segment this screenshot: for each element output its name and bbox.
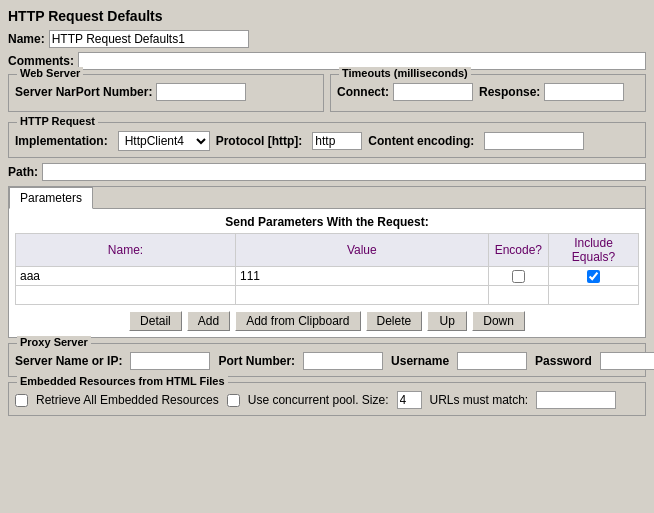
connect-input[interactable]	[393, 83, 473, 101]
send-params-title: Send Parameters With the Request:	[15, 215, 639, 229]
server-port-label: Server NarPort Number:	[15, 85, 152, 99]
proxy-port-input[interactable]	[303, 352, 383, 370]
http-options-row: Implementation: HttpClient4 HttpClient3.…	[15, 131, 639, 151]
empty-value	[236, 286, 489, 305]
implementation-select-wrapper[interactable]: HttpClient4 HttpClient3.1 Java	[118, 131, 210, 151]
proxy-server-input[interactable]	[130, 352, 210, 370]
params-table: Name: Value Encode? Include Equals? aaa …	[15, 233, 639, 305]
param-name-cell: aaa	[16, 267, 236, 286]
empty-encode	[488, 286, 548, 305]
web-server-group: Web Server Server NarPort Number:	[8, 74, 324, 112]
name-label: Name:	[8, 32, 45, 46]
retrieve-label: Retrieve All Embedded Resources	[36, 393, 219, 407]
embedded-row: Retrieve All Embedded Resources Use conc…	[15, 391, 639, 409]
concurrent-label: Use concurrent pool. Size:	[248, 393, 389, 407]
content-encoding-input[interactable]	[484, 132, 584, 150]
retrieve-checkbox[interactable]	[15, 394, 28, 407]
proxy-server-group: Proxy Server Server Name or IP: Port Num…	[8, 343, 646, 377]
detail-button[interactable]: Detail	[129, 311, 182, 331]
name-input[interactable]	[49, 30, 249, 48]
protocol-input[interactable]	[312, 132, 362, 150]
proxy-username-input[interactable]	[457, 352, 527, 370]
content-encoding-label: Content encoding:	[368, 134, 474, 148]
add-button[interactable]: Add	[187, 311, 230, 331]
tab-container: Parameters Send Parameters With the Requ…	[8, 186, 646, 338]
embedded-resources-title: Embedded Resources from HTML Files	[17, 375, 228, 387]
timeouts-group: Timeouts (milliseconds) Connect: Respons…	[330, 74, 646, 112]
page-title: HTTP Request Defaults	[8, 8, 646, 24]
param-value-cell: 111	[236, 267, 489, 286]
path-row: Path:	[8, 163, 646, 181]
timeouts-row: Connect: Response:	[337, 83, 639, 101]
comments-row: Comments:	[8, 52, 646, 70]
urls-must-match-input[interactable]	[536, 391, 616, 409]
name-row: Name:	[8, 30, 646, 48]
proxy-row: Server Name or IP: Port Number: Username…	[15, 352, 639, 370]
proxy-port-label: Port Number:	[218, 354, 295, 368]
main-panel: HTTP Request Defaults Name: Comments: We…	[0, 0, 654, 429]
web-server-title: Web Server	[17, 67, 83, 79]
comments-label: Comments:	[8, 54, 74, 68]
tab-parameters[interactable]: Parameters	[9, 187, 93, 209]
proxy-username-label: Username	[391, 354, 449, 368]
connect-label: Connect:	[337, 85, 389, 99]
concurrent-pool-checkbox[interactable]	[227, 394, 240, 407]
server-port-row: Server NarPort Number:	[15, 83, 317, 101]
col-header-encode: Encode?	[488, 234, 548, 267]
server-timeouts-row: Web Server Server NarPort Number: Timeou…	[8, 74, 646, 117]
implementation-select[interactable]: HttpClient4 HttpClient3.1 Java	[119, 132, 209, 150]
param-encode-cell	[488, 267, 548, 286]
down-button[interactable]: Down	[472, 311, 525, 331]
proxy-password-label: Password	[535, 354, 592, 368]
table-row: aaa 111	[16, 267, 639, 286]
response-label: Response:	[479, 85, 540, 99]
embedded-resources-group: Embedded Resources from HTML Files Retri…	[8, 382, 646, 416]
tab-content-parameters: Send Parameters With the Request: Name: …	[9, 209, 645, 337]
timeouts-title: Timeouts (milliseconds)	[339, 67, 471, 79]
param-include-cell	[549, 267, 639, 286]
tab-header: Parameters	[9, 187, 645, 209]
col-header-include: Include Equals?	[549, 234, 639, 267]
server-port-input[interactable]	[156, 83, 246, 101]
http-request-title: HTTP Request	[17, 115, 98, 127]
include-equals-checkbox[interactable]	[587, 270, 600, 283]
concurrent-size-input[interactable]	[397, 391, 422, 409]
col-header-value: Value	[236, 234, 489, 267]
path-label: Path:	[8, 165, 38, 179]
proxy-server-label: Server Name or IP:	[15, 354, 122, 368]
delete-button[interactable]: Delete	[366, 311, 423, 331]
urls-must-match-label: URLs must match:	[430, 393, 529, 407]
empty-name	[16, 286, 236, 305]
encode-checkbox[interactable]	[512, 270, 525, 283]
path-input[interactable]	[42, 163, 646, 181]
proxy-password-input[interactable]	[600, 352, 654, 370]
add-from-clipboard-button[interactable]: Add from Clipboard	[235, 311, 360, 331]
table-row-empty	[16, 286, 639, 305]
params-buttons: Detail Add Add from Clipboard Delete Up …	[15, 311, 639, 331]
up-button[interactable]: Up	[427, 311, 467, 331]
response-input[interactable]	[544, 83, 624, 101]
proxy-server-title: Proxy Server	[17, 336, 91, 348]
http-request-group: HTTP Request Implementation: HttpClient4…	[8, 122, 646, 158]
empty-include	[549, 286, 639, 305]
implementation-label: Implementation:	[15, 134, 108, 148]
col-header-name: Name:	[16, 234, 236, 267]
protocol-label: Protocol [http]:	[216, 134, 303, 148]
